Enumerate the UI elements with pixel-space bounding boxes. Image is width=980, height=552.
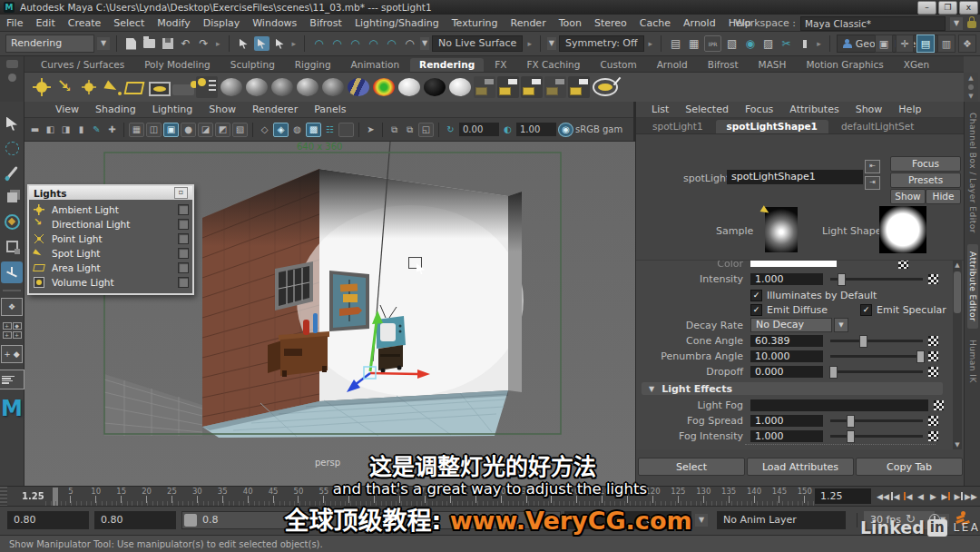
- shelf-tab-rendering[interactable]: Rendering: [410, 58, 484, 72]
- shelf-tab-xgen[interactable]: XGen: [895, 58, 938, 72]
- surface-shader-icon[interactable]: [398, 78, 420, 96]
- make-live-icon[interactable]: ◠: [402, 36, 417, 51]
- render-setup-icon[interactable]: ◉: [742, 36, 758, 51]
- open-scene-icon[interactable]: [142, 36, 157, 51]
- light-item-point-light[interactable]: Point Light: [33, 232, 189, 245]
- channel-box-toggle-icon[interactable]: ▤: [916, 34, 935, 53]
- light-item-directional-light[interactable]: Directional Light: [33, 217, 189, 231]
- pause-viewport-icon[interactable]: [797, 36, 812, 51]
- ae-menu-focus[interactable]: Focus: [739, 104, 779, 115]
- ae-menu-help[interactable]: Help: [892, 104, 927, 115]
- phong-material-icon[interactable]: [297, 78, 318, 96]
- node-forward-icon[interactable]: ⇥: [865, 176, 880, 190]
- shelf-tab-bifrost[interactable]: Bifrost: [699, 58, 748, 72]
- snap-to-projected-center-icon[interactable]: ◠: [366, 36, 381, 51]
- color-swatch[interactable]: [750, 261, 837, 267]
- load-attributes-button[interactable]: Load Attributes: [747, 458, 854, 476]
- menu-select[interactable]: Select: [107, 17, 151, 29]
- light-fog-map-icon[interactable]: [934, 400, 944, 410]
- color-map-icon[interactable]: [898, 260, 908, 269]
- plugin-shading-icon[interactable]: [338, 123, 354, 137]
- snap-to-view-plane-icon[interactable]: ◠: [384, 36, 399, 51]
- shelf-tab-fx[interactable]: FX: [485, 58, 515, 72]
- oversan-icon[interactable]: ✚: [105, 123, 119, 136]
- viewport-menu-show[interactable]: Show: [201, 104, 243, 115]
- light-item-checkbox[interactable]: [178, 219, 189, 230]
- camera-lock-icon[interactable]: ▬: [28, 123, 42, 136]
- render-shot-icon[interactable]: [568, 76, 590, 98]
- show-button[interactable]: Show: [890, 189, 926, 204]
- paint-select-tool-icon[interactable]: [3, 163, 21, 182]
- render-current-frame-icon[interactable]: ▦: [686, 36, 701, 51]
- view-transform-icon[interactable]: ◉: [558, 123, 573, 137]
- go-to-start-button[interactable]: ◀◀: [877, 488, 888, 504]
- shelf-collapse-icon[interactable]: [6, 60, 18, 68]
- black-shader-icon[interactable]: [424, 78, 446, 96]
- fog-spread-map-icon[interactable]: [928, 416, 938, 426]
- select-by-object-icon[interactable]: [254, 36, 270, 51]
- lambert-material-icon[interactable]: [246, 78, 268, 96]
- show-manipulator-tool-icon[interactable]: [1, 261, 23, 283]
- step-back-frame-button[interactable]: ◀: [889, 488, 901, 504]
- emit-diffuse-checkbox[interactable]: ✓ Emit Diffuse: [750, 304, 828, 316]
- light-item-checkbox[interactable]: [178, 233, 189, 244]
- anim-start-field[interactable]: 0.80: [7, 511, 89, 529]
- render-collection-icon[interactable]: [544, 76, 566, 98]
- shelf-tab-rigging[interactable]: Rigging: [286, 58, 340, 72]
- shelf-tab-animation[interactable]: Animation: [342, 58, 409, 72]
- shaded-icon[interactable]: ◫: [146, 123, 162, 137]
- ae-tab-spotlight1[interactable]: spotLight1: [642, 120, 714, 133]
- timeline-tick-30[interactable]: 30: [188, 487, 206, 503]
- viewport-menu-lighting[interactable]: Lighting: [145, 104, 200, 115]
- penumbra-map-icon[interactable]: [928, 351, 938, 361]
- attribute-editor-toggle-icon[interactable]: ▥: [937, 34, 956, 53]
- intensity-slider[interactable]: [830, 273, 923, 284]
- symmetry-dropdown-icon[interactable]: ▼: [547, 37, 556, 50]
- select-by-component-icon[interactable]: [272, 36, 288, 51]
- cone-angle-field[interactable]: 60.389: [750, 335, 823, 347]
- menu-display[interactable]: Display: [197, 17, 247, 29]
- create-render-layer-icon[interactable]: [497, 76, 519, 98]
- save-scene-icon[interactable]: [160, 36, 175, 51]
- layout-outliner-icon[interactable]: [0, 370, 24, 389]
- tab-human-ik[interactable]: Human IK: [967, 332, 978, 390]
- tab-attribute-editor[interactable]: Attribute Editor: [967, 244, 978, 329]
- dropoff-map-icon[interactable]: [928, 367, 938, 377]
- light-item-ambient-light[interactable]: Ambient Light: [33, 202, 189, 216]
- crop-view-icon[interactable]: ◱: [418, 123, 434, 137]
- bookmark-icon[interactable]: ◨: [59, 123, 73, 136]
- timeline-tick-40[interactable]: 40: [239, 487, 257, 503]
- anim-layer-field[interactable]: No Anim Layer: [717, 511, 846, 529]
- current-time-field[interactable]: 1.25: [815, 488, 871, 504]
- point-light-icon[interactable]: [80, 78, 97, 95]
- menu-stereo[interactable]: Stereo: [588, 17, 633, 29]
- modeling-toolkit-toggle-icon[interactable]: ▣: [875, 34, 893, 53]
- close-button[interactable]: x: [959, 1, 978, 15]
- light-editor-icon[interactable]: [196, 76, 218, 98]
- render-setup-shelf-icon[interactable]: [474, 76, 495, 98]
- render-target-icon[interactable]: [593, 78, 618, 96]
- menu-create[interactable]: Create: [62, 17, 108, 29]
- symmetry-field[interactable]: Symmetry: Off: [559, 35, 644, 52]
- screen-space-ao-icon[interactable]: ◩: [215, 123, 230, 137]
- image-plane-icon[interactable]: ▮: [74, 123, 88, 136]
- ambient-light-icon[interactable]: [31, 76, 53, 98]
- shelf-scroll[interactable]: ▲ ▼: [964, 73, 978, 102]
- timeline-tick-135[interactable]: 135: [720, 487, 738, 503]
- playhead[interactable]: 1.25: [53, 488, 58, 506]
- shelf-tab-mash[interactable]: MASH: [750, 58, 796, 72]
- light-item-area-light[interactable]: Area Light: [33, 261, 189, 274]
- light-fog-field[interactable]: [750, 399, 928, 411]
- scroll-up-icon[interactable]: ▲: [953, 261, 962, 270]
- viewport-menu-panels[interactable]: Panels: [307, 104, 353, 115]
- render-view-icon[interactable]: ▤: [668, 36, 683, 51]
- step-forward-frame-button[interactable]: ▶: [953, 488, 965, 504]
- ae-tab-defaultlightset[interactable]: defaultLightSet: [830, 120, 925, 133]
- select-button[interactable]: Select: [638, 458, 745, 476]
- timeline-grip[interactable]: [0, 487, 7, 507]
- focus-button[interactable]: Focus: [890, 156, 961, 172]
- area-light-icon[interactable]: [125, 76, 147, 98]
- menu-bifrost[interactable]: Bifrost: [303, 17, 348, 29]
- fog-intensity-map-icon[interactable]: [928, 431, 938, 441]
- copy-view-icon[interactable]: ⧉: [387, 123, 401, 136]
